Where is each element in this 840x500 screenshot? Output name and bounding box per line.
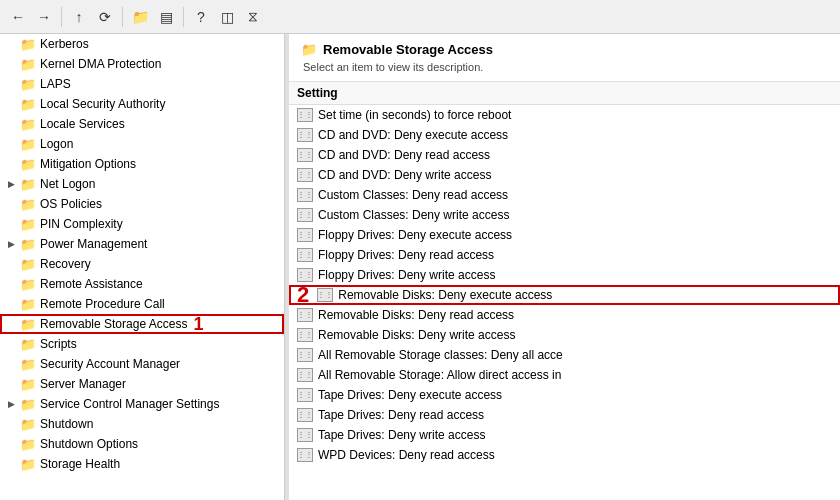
- tree-item-mitigation[interactable]: 📁Mitigation Options: [0, 154, 284, 174]
- tree-item-shutdown[interactable]: 📁Shutdown: [0, 414, 284, 434]
- tree-item-server-manager[interactable]: 📁Server Manager: [0, 374, 284, 394]
- annotation-1: 1: [193, 314, 203, 335]
- setting-row-floppy-read[interactable]: ⋮⋮Floppy Drives: Deny read access: [289, 245, 840, 265]
- tree-item-net-logon[interactable]: ▶📁Net Logon: [0, 174, 284, 194]
- setting-icon-tape-write: ⋮⋮: [297, 428, 313, 442]
- setting-label-floppy-execute: Floppy Drives: Deny execute access: [318, 228, 512, 242]
- setting-row-cd-dvd-write[interactable]: ⋮⋮CD and DVD: Deny write access: [289, 165, 840, 185]
- tree-item-power-mgmt[interactable]: ▶📁Power Management: [0, 234, 284, 254]
- setting-row-wpd-read[interactable]: ⋮⋮WPD Devices: Deny read access: [289, 445, 840, 465]
- setting-icon-custom-write: ⋮⋮: [297, 208, 313, 222]
- setting-label-tape-execute: Tape Drives: Deny execute access: [318, 388, 502, 402]
- folder-icon-removable-storage: 📁: [20, 317, 36, 332]
- setting-icon-all-removable-allow: ⋮⋮: [297, 368, 313, 382]
- setting-row-tape-execute[interactable]: ⋮⋮Tape Drives: Deny execute access: [289, 385, 840, 405]
- folders-button[interactable]: 📁: [128, 5, 152, 29]
- tree-label-pin-complexity: PIN Complexity: [40, 217, 123, 231]
- help-button[interactable]: ?: [189, 5, 213, 29]
- tree-item-shutdown-options[interactable]: 📁Shutdown Options: [0, 434, 284, 454]
- setting-icon-removable-read: ⋮⋮: [297, 308, 313, 322]
- annotation-2: 2: [297, 282, 309, 308]
- settings-column-header: Setting: [289, 82, 840, 105]
- setting-row-floppy-write[interactable]: ⋮⋮Floppy Drives: Deny write access: [289, 265, 840, 285]
- setting-row-removable-write[interactable]: ⋮⋮Removable Disks: Deny write access: [289, 325, 840, 345]
- setting-icon-wpd-read: ⋮⋮: [297, 448, 313, 462]
- tree-item-remote-procedure[interactable]: 📁Remote Procedure Call: [0, 294, 284, 314]
- tree-item-scripts[interactable]: 📁Scripts: [0, 334, 284, 354]
- folder-icon-pin-complexity: 📁: [20, 217, 36, 232]
- setting-icon-tape-read: ⋮⋮: [297, 408, 313, 422]
- setting-icon-set-time: ⋮⋮: [297, 108, 313, 122]
- setting-label-all-removable-deny: All Removable Storage classes: Deny all …: [318, 348, 563, 362]
- expand-icon-net-logon: ▶: [8, 179, 20, 189]
- filter-tree-button[interactable]: ▤: [154, 5, 178, 29]
- tree-label-os-policies: OS Policies: [40, 197, 102, 211]
- panel-description: Select an item to view its description.: [301, 61, 828, 73]
- folder-icon-recovery: 📁: [20, 257, 36, 272]
- back-button[interactable]: ←: [6, 5, 30, 29]
- setting-label-set-time: Set time (in seconds) to force reboot: [318, 108, 511, 122]
- tree-item-removable-storage[interactable]: 📁Removable Storage Access1: [0, 314, 284, 334]
- tree-item-kerberos[interactable]: 📁Kerberos: [0, 34, 284, 54]
- tree-label-server-manager: Server Manager: [40, 377, 126, 391]
- tree-label-shutdown: Shutdown: [40, 417, 93, 431]
- tree-item-pin-complexity[interactable]: 📁PIN Complexity: [0, 214, 284, 234]
- tree-label-shutdown-options: Shutdown Options: [40, 437, 138, 451]
- setting-row-removable-execute[interactable]: 2⋮⋮Removable Disks: Deny execute access: [289, 285, 840, 305]
- tree-item-os-policies[interactable]: 📁OS Policies: [0, 194, 284, 214]
- setting-row-tape-read[interactable]: ⋮⋮Tape Drives: Deny read access: [289, 405, 840, 425]
- setting-icon-floppy-execute: ⋮⋮: [297, 228, 313, 242]
- tree-item-remote-assistance[interactable]: 📁Remote Assistance: [0, 274, 284, 294]
- tree-item-service-control[interactable]: ▶📁Service Control Manager Settings: [0, 394, 284, 414]
- tree-item-security-account[interactable]: 📁Security Account Manager: [0, 354, 284, 374]
- setting-icon-removable-execute: ⋮⋮: [317, 288, 333, 302]
- settings-area: Setting ⋮⋮Set time (in seconds) to force…: [289, 82, 840, 500]
- setting-label-removable-read: Removable Disks: Deny read access: [318, 308, 514, 322]
- tree-item-storage-health[interactable]: 📁Storage Health: [0, 454, 284, 474]
- toolbar: ← → ↑ ⟳ 📁 ▤ ? ◫ ⧖: [0, 0, 840, 34]
- tree-label-storage-health: Storage Health: [40, 457, 120, 471]
- forward-button[interactable]: →: [32, 5, 56, 29]
- setting-row-cd-dvd-read[interactable]: ⋮⋮CD and DVD: Deny read access: [289, 145, 840, 165]
- tree-label-laps: LAPS: [40, 77, 71, 91]
- setting-row-all-removable-allow[interactable]: ⋮⋮All Removable Storage: Allow direct ac…: [289, 365, 840, 385]
- setting-icon-tape-execute: ⋮⋮: [297, 388, 313, 402]
- tree-label-local-security: Local Security Authority: [40, 97, 165, 111]
- tree-item-laps[interactable]: 📁LAPS: [0, 74, 284, 94]
- folder-icon-server-manager: 📁: [20, 377, 36, 392]
- tree-label-mitigation: Mitigation Options: [40, 157, 136, 171]
- setting-label-cd-dvd-write: CD and DVD: Deny write access: [318, 168, 491, 182]
- tree-item-logon[interactable]: 📁Logon: [0, 134, 284, 154]
- folder-icon-os-policies: 📁: [20, 197, 36, 212]
- toolbar-sep-2: [122, 7, 123, 27]
- setting-row-custom-read[interactable]: ⋮⋮Custom Classes: Deny read access: [289, 185, 840, 205]
- tree-item-kernel-dma[interactable]: 📁Kernel DMA Protection: [0, 54, 284, 74]
- setting-label-floppy-read: Floppy Drives: Deny read access: [318, 248, 494, 262]
- folder-icon-shutdown-options: 📁: [20, 437, 36, 452]
- setting-row-tape-write[interactable]: ⋮⋮Tape Drives: Deny write access: [289, 425, 840, 445]
- properties-button[interactable]: ◫: [215, 5, 239, 29]
- tree-label-security-account: Security Account Manager: [40, 357, 180, 371]
- setting-row-all-removable-deny[interactable]: ⋮⋮All Removable Storage classes: Deny al…: [289, 345, 840, 365]
- tree-item-locale-services[interactable]: 📁Locale Services: [0, 114, 284, 134]
- setting-icon-removable-write: ⋮⋮: [297, 328, 313, 342]
- tree-item-local-security[interactable]: 📁Local Security Authority: [0, 94, 284, 114]
- setting-row-set-time[interactable]: ⋮⋮Set time (in seconds) to force reboot: [289, 105, 840, 125]
- setting-row-removable-read[interactable]: ⋮⋮Removable Disks: Deny read access: [289, 305, 840, 325]
- folder-icon-service-control: 📁: [20, 397, 36, 412]
- tree-item-recovery[interactable]: 📁Recovery: [0, 254, 284, 274]
- setting-row-floppy-execute[interactable]: ⋮⋮Floppy Drives: Deny execute access: [289, 225, 840, 245]
- setting-label-removable-write: Removable Disks: Deny write access: [318, 328, 515, 342]
- tree-label-logon: Logon: [40, 137, 73, 151]
- setting-label-tape-read: Tape Drives: Deny read access: [318, 408, 484, 422]
- filter-button[interactable]: ⧖: [241, 5, 265, 29]
- refresh-button[interactable]: ⟳: [93, 5, 117, 29]
- setting-row-cd-dvd-execute[interactable]: ⋮⋮CD and DVD: Deny execute access: [289, 125, 840, 145]
- tree-label-kernel-dma: Kernel DMA Protection: [40, 57, 161, 71]
- setting-row-custom-write[interactable]: ⋮⋮Custom Classes: Deny write access: [289, 205, 840, 225]
- up-button[interactable]: ↑: [67, 5, 91, 29]
- folder-icon-mitigation: 📁: [20, 157, 36, 172]
- tree-label-removable-storage: Removable Storage Access: [40, 317, 187, 331]
- tree-label-net-logon: Net Logon: [40, 177, 95, 191]
- expand-icon-service-control: ▶: [8, 399, 20, 409]
